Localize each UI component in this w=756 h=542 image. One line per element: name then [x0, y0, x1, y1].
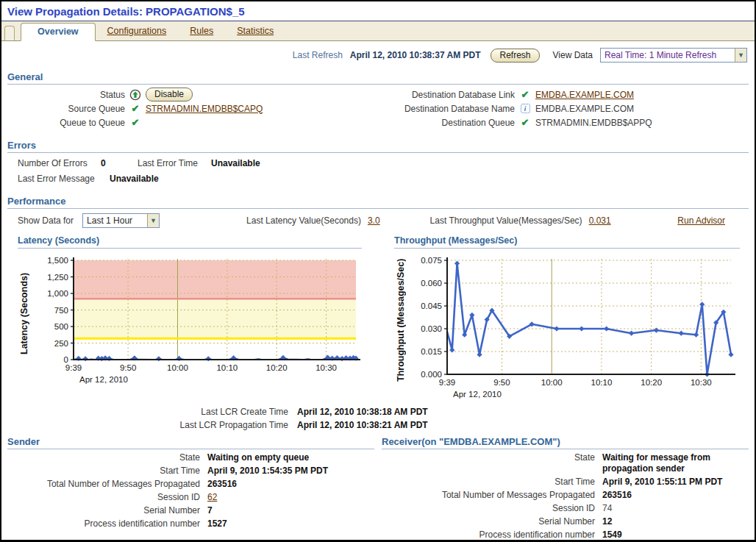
receiver-start-time-value: April 9, 2010 1:55:11 PM PDT [602, 477, 749, 488]
last-latency-value-link[interactable]: 3.0 [368, 215, 380, 226]
receiver-heading: Receiver(on "EMDBA.EXAMPLE.COM") [382, 436, 749, 449]
status-label: Status [7, 90, 125, 100]
destination-queue-value: STRMADMIN.EMDBB$APPQ [535, 118, 749, 128]
svg-text:10:10: 10:10 [591, 378, 613, 387]
latency-chart-box: Latency (Seconds) Latency (Seconds) 0250… [18, 235, 362, 402]
svg-text:10:20: 10:20 [641, 378, 662, 387]
sender-serial-number-label: Serial Number [7, 505, 207, 516]
receiver-total-messages-label: Total Number of Messages Propagated [382, 490, 602, 501]
tab-stub [4, 26, 15, 40]
last-lcr-create-time-value: April 12, 2010 10:38:18 AM PDT [297, 405, 428, 418]
svg-text:9:50: 9:50 [120, 363, 136, 372]
general-section: Status Disable Source Queue ✔ STRMADMIN.… [1, 85, 755, 129]
last-lcr-propagation-time-label: Last LCR Propagation Time [1, 418, 288, 432]
queue-to-queue-label: Queue to Queue [7, 118, 125, 128]
svg-text:0.015: 0.015 [421, 347, 442, 356]
receiver-process-id-value: 1549 [602, 529, 749, 541]
svg-text:Apr 12, 2010: Apr 12, 2010 [453, 390, 502, 399]
view-data-selected-value: Real Time: 1 Minute Refresh [601, 49, 721, 62]
last-refresh-value: April 12, 2010 10:38:37 AM PDT [350, 50, 481, 60]
svg-text:9:39: 9:39 [439, 378, 455, 387]
svg-text:250: 250 [54, 339, 68, 348]
svg-text:0.060: 0.060 [421, 279, 442, 288]
check-icon: ✔ [132, 103, 140, 114]
show-data-select[interactable]: Last 1 Hour ▼ [82, 213, 160, 228]
sender-receiver-row: Sender StateWaiting on empty queue Start… [1, 432, 755, 542]
number-of-errors-label: Number Of Errors [18, 158, 101, 168]
tab-overview[interactable]: Overview [21, 23, 96, 41]
receiver-process-id-label: Process identification number [382, 529, 602, 541]
latency-chart: 02505007501,0001,2501,5009:399:5010:0010… [31, 254, 360, 389]
last-error-message-label: Last Error Message [18, 174, 110, 184]
svg-text:1,500: 1,500 [47, 256, 68, 265]
destination-database-name-value: EMDBA.EXAMPLE.COM [535, 104, 749, 114]
performance-controls: Show Data for Last 1 Hour ▼ Last Latency… [1, 209, 755, 232]
receiver-session-id-label: Session ID [382, 503, 602, 514]
errors-section-heading: Errors [7, 140, 749, 153]
check-icon: ✔ [521, 117, 529, 128]
svg-text:9:50: 9:50 [493, 378, 510, 387]
svg-text:0.030: 0.030 [421, 324, 442, 333]
sender-total-messages-label: Total Number of Messages Propagated [7, 479, 207, 490]
page-title: View Propagation Details: PROPAGATION$_5 [1, 1, 755, 21]
source-queue-link[interactable]: STRMADMIN.EMDBB$CAPQ [146, 104, 263, 114]
performance-section-heading: Performance [7, 196, 749, 209]
view-data-label: View Data [553, 50, 593, 60]
check-icon: ✔ [521, 89, 529, 100]
latency-y-axis-label: Latency (Seconds) [18, 254, 31, 372]
latency-chart-title: Latency (Seconds) [18, 235, 362, 249]
chevron-down-icon: ▼ [147, 214, 159, 227]
svg-text:10:10: 10:10 [216, 363, 238, 372]
receiver-serial-number-label: Serial Number [382, 516, 602, 527]
destination-database-link[interactable]: EMDBA.EXAMPLE.COM [535, 90, 634, 100]
svg-text:Apr 12, 2010: Apr 12, 2010 [79, 375, 128, 384]
svg-text:0.075: 0.075 [421, 256, 442, 265]
throughput-chart-title: Throughput (Messages/Sec) [394, 235, 740, 249]
status-up-arrow-icon [125, 89, 146, 101]
run-advisor-link[interactable]: Run Advisor [677, 215, 725, 226]
throughput-chart-box: Throughput (Messages/Sec) Throughput (Me… [394, 235, 740, 402]
receiver-state-label: State [382, 452, 602, 474]
svg-text:0.045: 0.045 [421, 302, 442, 310]
receiver-state-value: Waiting for message from propagation sen… [602, 452, 746, 474]
destination-database-link-label: Destination Database Link [378, 90, 515, 100]
tab-statistics[interactable]: Statistics [237, 26, 274, 36]
receiver-total-messages-value: 263516 [602, 490, 749, 501]
check-icon: ✔ [132, 117, 140, 128]
sender-heading: Sender [7, 436, 374, 449]
last-error-time-value: Unavailable [211, 158, 260, 168]
view-data-select[interactable]: Real Time: 1 Minute Refresh ▼ [600, 48, 747, 63]
svg-text:1,250: 1,250 [47, 273, 68, 282]
tab-bar: Overview Configurations Rules Statistics [1, 21, 755, 41]
destination-database-name-label: Destination Database Name [378, 104, 515, 114]
sender-state-label: State [7, 452, 207, 463]
lcr-times: Last LCR Create Time April 12, 2010 10:3… [1, 405, 755, 432]
svg-text:10:20: 10:20 [266, 363, 288, 372]
last-error-time-label: Last Error Time [138, 158, 211, 168]
refresh-button[interactable]: Refresh [491, 49, 539, 63]
sender-total-messages-value: 263516 [207, 479, 374, 490]
charts-row: Latency (Seconds) Latency (Seconds) 0250… [1, 232, 755, 402]
sender-session-id-link[interactable]: 62 [207, 492, 374, 503]
svg-text:10:30: 10:30 [315, 363, 337, 372]
tab-configurations[interactable]: Configurations [107, 26, 167, 36]
last-refresh-label: Last Refresh [293, 50, 343, 60]
svg-text:10:00: 10:00 [541, 378, 563, 387]
destination-queue-label: Destination Queue [378, 118, 515, 128]
last-throughput-value-link[interactable]: 0.031 [589, 215, 611, 226]
tab-rules[interactable]: Rules [190, 26, 213, 36]
sender-process-id-value: 1527 [207, 518, 374, 529]
sender-section: Sender StateWaiting on empty queue Start… [7, 436, 374, 542]
receiver-section: Receiver(on "EMDBA.EXAMPLE.COM") StateWa… [382, 436, 749, 542]
show-data-selected-value: Last 1 Hour [83, 214, 137, 227]
svg-text:10:30: 10:30 [691, 378, 712, 387]
receiver-session-id-value: 74 [602, 503, 749, 514]
throughput-chart: 0.0000.0150.0300.0450.0600.0759:399:5010… [407, 254, 738, 402]
receiver-serial-number-value: 12 [602, 516, 749, 527]
throughput-y-axis-label: Throughput (Messages/Sec) [394, 254, 407, 385]
svg-text:10:00: 10:00 [167, 363, 188, 372]
disable-button[interactable]: Disable [146, 88, 193, 101]
show-data-for-label: Show Data for [18, 215, 74, 226]
sender-start-time-value: April 9, 2010 1:54:35 PM PDT [207, 466, 374, 477]
source-queue-label: Source Queue [7, 104, 125, 114]
